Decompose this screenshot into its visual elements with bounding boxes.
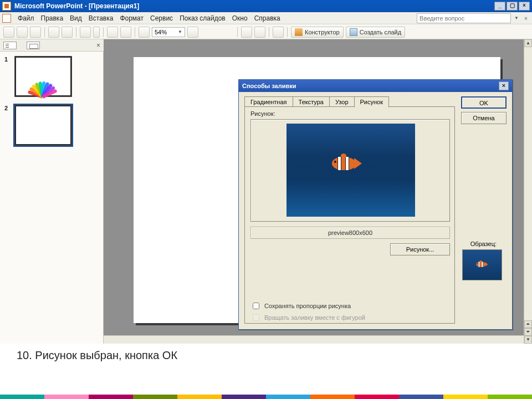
picture-filename-box: preview800x600 (250, 227, 450, 239)
instruction-caption: 10. Рисунок выбран, кнопка ОК (17, 349, 177, 362)
scroll-up-icon[interactable]: ▲ (524, 39, 532, 47)
menu-slideshow[interactable]: Показ слайдов (176, 13, 229, 23)
designer-icon (295, 28, 303, 36)
slides-tab-icon[interactable] (27, 42, 40, 49)
menu-format[interactable]: Формат (116, 13, 147, 23)
slide-thumbnails-panel: 1 2 (0, 52, 104, 344)
outline-tab-icon[interactable] (3, 42, 17, 49)
menu-window[interactable]: Окно (229, 13, 251, 23)
picture-preview-box (250, 119, 450, 222)
menu-tools[interactable]: Сервис (147, 13, 176, 23)
bullets-icon[interactable] (241, 27, 252, 38)
window-buttons: _ ▢ × (494, 2, 530, 11)
app-icon (2, 2, 11, 11)
zoom-combo[interactable]: 54%▼ (152, 27, 185, 37)
sample-label: Образец: (470, 241, 497, 247)
designer-button[interactable]: Конструктор (291, 27, 344, 38)
open-icon[interactable] (17, 27, 28, 38)
clownfish-graphic (329, 152, 365, 175)
dialog-tabs: Градиентная Текстура Узор Рисунок (244, 96, 388, 108)
close-button[interactable]: × (519, 2, 530, 11)
doc-icon[interactable] (2, 14, 11, 23)
vertical-scrollbar[interactable]: ▲ ⏶ ⏷ ▼ (524, 39, 532, 344)
select-picture-button[interactable]: Рисунок... (390, 243, 450, 255)
bottom-color-strip (0, 395, 532, 399)
tab-pattern[interactable]: Узор (329, 96, 355, 108)
restore-button[interactable]: ▢ (507, 2, 518, 11)
picture-label: Рисунок: (250, 110, 275, 117)
dialog-close-button[interactable]: × (499, 81, 509, 90)
outline-slides-tabs: × (0, 39, 104, 52)
increase-indent-icon[interactable] (273, 27, 284, 38)
title-bar: Microsoft PowerPoint - [Презентация1] _ … (0, 0, 532, 12)
grid-icon[interactable] (139, 27, 150, 38)
dialog-title-bar[interactable]: Способы заливки × (239, 80, 512, 92)
new-slide-button[interactable]: Создать слайд (346, 27, 405, 38)
save-icon[interactable] (30, 27, 41, 38)
menu-file[interactable]: Файл (14, 13, 38, 23)
help-icon[interactable] (187, 27, 198, 38)
preview-icon[interactable] (62, 27, 73, 38)
menu-edit[interactable]: Правка (38, 13, 67, 23)
ask-question-input[interactable] (417, 13, 511, 23)
ask-dropdown-icon[interactable]: ▼ (514, 16, 519, 21)
chart-icon[interactable] (107, 27, 118, 38)
next-slide-icon[interactable]: ⏷ (524, 328, 532, 336)
table-icon[interactable] (120, 27, 131, 38)
minimize-button[interactable]: _ (494, 2, 505, 11)
numbering-icon[interactable] (254, 27, 265, 38)
redo-dropdown-icon[interactable] (93, 27, 100, 38)
undo-icon[interactable] (80, 27, 91, 38)
tab-gradient[interactable]: Градиентная (244, 96, 293, 108)
tab-body: Рисунок: preview800x600 Рисунок... Сохра… (244, 106, 455, 324)
fill-effects-dialog: Способы заливки × Градиентная Текстура У… (238, 79, 513, 330)
menu-bar: Файл Правка Вид Вставка Формат Сервис По… (0, 12, 532, 24)
menu-help[interactable]: Справка (251, 13, 284, 23)
zoom-dropdown-icon[interactable]: ▼ (178, 29, 182, 34)
menu-view[interactable]: Вид (66, 13, 85, 23)
tab-texture[interactable]: Текстура (293, 96, 330, 108)
thumbnail-1[interactable]: 1 (4, 56, 99, 97)
menu-insert[interactable]: Вставка (85, 13, 117, 23)
pane-close-icon[interactable]: × (96, 42, 100, 49)
standard-toolbar: 54%▼ Конструктор Создать слайд (0, 24, 532, 39)
preview-image (287, 124, 415, 217)
color-fan-graphic (15, 57, 71, 96)
mdi-close-button[interactable]: × (522, 15, 530, 22)
sample-swatch (462, 249, 502, 280)
dialog-buttons: OK Отмена (461, 96, 507, 127)
cancel-button[interactable]: Отмена (461, 112, 507, 124)
print-icon[interactable] (48, 27, 59, 38)
horizontal-scrollbar[interactable] (104, 335, 524, 344)
ok-button[interactable]: OK (461, 96, 507, 109)
tab-picture[interactable]: Рисунок (354, 96, 390, 108)
prev-slide-icon[interactable]: ⏶ (524, 320, 532, 328)
scroll-down-icon[interactable]: ▼ (524, 336, 532, 344)
thumbnail-2[interactable]: 2 (4, 105, 99, 146)
new-doc-icon[interactable] (3, 27, 14, 38)
rotate-with-shape-checkbox: Вращать заливку вместе с фигурой (250, 313, 365, 323)
lock-aspect-checkbox[interactable]: Сохранять пропорции рисунка (250, 301, 351, 311)
title-text: Microsoft PowerPoint - [Презентация1] (14, 2, 139, 10)
new-slide-icon (350, 28, 357, 36)
